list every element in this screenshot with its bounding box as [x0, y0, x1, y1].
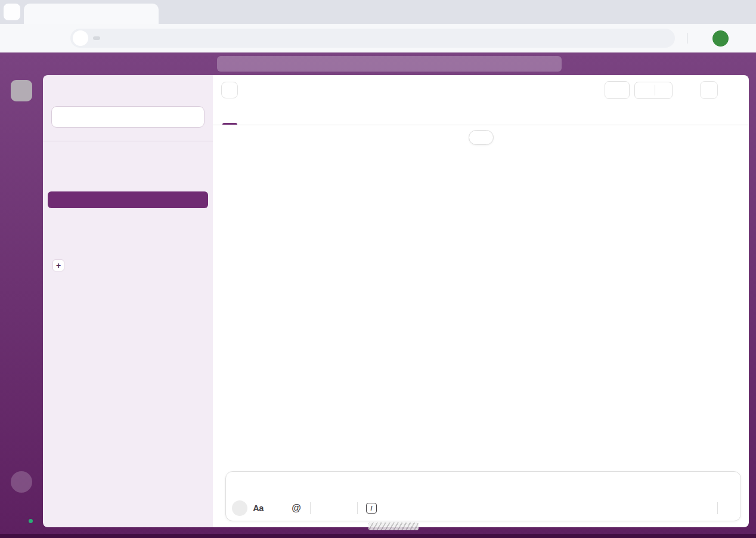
sidebar-item-starred[interactable] — [43, 147, 213, 164]
channel-members-button[interactable] — [605, 81, 630, 99]
slack-body: + — [0, 75, 756, 538]
plus-icon — [236, 504, 244, 512]
downloads-button[interactable] — [691, 29, 709, 47]
sidebar-item-active-channel[interactable] — [48, 191, 208, 208]
channel-title[interactable] — [241, 85, 253, 95]
message-composer[interactable]: Aa @ / — [225, 471, 741, 521]
create-new-button[interactable] — [11, 471, 32, 493]
browser-profile-avatar[interactable] — [712, 30, 729, 47]
channel-more-button[interactable] — [723, 81, 740, 99]
date-divider-pill[interactable] — [469, 130, 494, 145]
video-clip-button[interactable] — [316, 500, 333, 517]
history-back-button[interactable] — [156, 55, 174, 72]
browser-tab[interactable] — [24, 4, 159, 24]
sidebar-section-dms[interactable] — [43, 217, 213, 233]
channel-notifications-button[interactable] — [677, 81, 695, 99]
sidebar: + — [43, 75, 213, 527]
browser-window: + — [0, 0, 756, 538]
chevron-down-icon — [725, 505, 732, 512]
lock-icon — [241, 85, 251, 95]
kebab-menu-icon — [726, 85, 737, 95]
caret-down-icon — [52, 243, 63, 254]
channel-star-button[interactable] — [221, 82, 238, 98]
huddle-button[interactable] — [634, 82, 673, 99]
profile-avatar-icon — [712, 30, 729, 47]
channel-tabs — [213, 105, 749, 125]
workspace-card: + — [43, 75, 749, 527]
sidebar-section-apps[interactable] — [43, 240, 213, 257]
plus-icon — [17, 477, 27, 487]
upgrade-plan-button[interactable] — [51, 106, 205, 128]
history-clock-icon — [196, 59, 206, 69]
attach-button[interactable] — [232, 500, 247, 516]
tab-deleted-docs[interactable] — [252, 110, 267, 125]
recent-history-button[interactable] — [192, 55, 210, 72]
presence-indicator — [27, 518, 34, 524]
sidebar-section-channels[interactable] — [43, 174, 213, 190]
shortcuts-button[interactable]: / — [363, 500, 380, 517]
chevron-down-icon — [479, 134, 486, 141]
tune-icon — [76, 34, 85, 43]
sidebar-item-add-app[interactable]: + — [43, 257, 213, 274]
plus-icon: + — [52, 259, 64, 271]
search-icon — [704, 85, 715, 95]
headphones-icon — [640, 85, 650, 95]
minimize-icon — [682, 7, 690, 14]
compose-button[interactable] — [191, 84, 206, 98]
address-bar[interactable] — [70, 29, 675, 48]
sidebar-settings-button[interactable] — [169, 84, 183, 98]
search-icon — [390, 60, 557, 68]
new-tab-button[interactable] — [162, 5, 179, 21]
chevron-down-icon — [55, 87, 63, 95]
lock-icon — [233, 483, 241, 491]
window-minimize-button[interactable] — [673, 0, 699, 20]
back-icon — [10, 33, 20, 44]
bookmark-star-icon[interactable] — [658, 33, 669, 44]
kebab-menu-icon — [736, 33, 746, 44]
channel-search-button[interactable] — [700, 81, 718, 99]
browser-reload-button[interactable] — [49, 29, 67, 47]
window-close-button[interactable] — [725, 0, 751, 20]
horizontal-scrollbar-thumb[interactable] — [368, 522, 419, 530]
workspace-switcher-button[interactable] — [11, 80, 32, 101]
member-avatar-icon — [608, 84, 621, 97]
window-maximize-button[interactable] — [699, 0, 725, 20]
url-text[interactable] — [93, 36, 100, 40]
tab-search-button[interactable] — [4, 4, 20, 20]
site-settings-button[interactable] — [73, 30, 88, 46]
tab-close-icon[interactable] — [144, 9, 154, 18]
help-icon — [736, 58, 747, 70]
composer-input[interactable] — [226, 472, 740, 496]
channel-header — [213, 75, 749, 105]
workspace-search-input[interactable] — [217, 56, 562, 72]
mention-button[interactable]: @ — [288, 500, 305, 517]
close-icon — [735, 7, 742, 14]
browser-back-button[interactable] — [6, 29, 24, 47]
tab-add[interactable] — [281, 120, 283, 125]
message-list — [213, 125, 749, 527]
browser-forward-button[interactable] — [27, 29, 45, 47]
send-button[interactable] — [697, 500, 714, 517]
forward-icon — [178, 59, 188, 69]
chevron-down-icon — [8, 8, 16, 16]
tab-messages[interactable] — [222, 110, 237, 125]
back-icon — [160, 59, 171, 69]
user-avatar-button[interactable] — [11, 501, 32, 522]
help-button[interactable] — [732, 56, 748, 72]
window-controls — [673, 0, 751, 20]
workspace-name-button[interactable] — [52, 87, 63, 95]
star-icon — [52, 150, 63, 161]
browser-tabstrip — [0, 0, 756, 24]
toolbar-divider — [687, 33, 687, 44]
audio-clip-button[interactable] — [335, 500, 352, 517]
lock-icon — [54, 195, 64, 205]
sidebar-divider — [43, 141, 213, 141]
browser-menu-button[interactable] — [732, 29, 750, 47]
schedule-send-button[interactable] — [721, 502, 735, 515]
format-button[interactable]: Aa — [250, 500, 267, 517]
slack-app: + — [0, 52, 756, 538]
history-forward-button[interactable] — [174, 55, 192, 72]
workspace-rail — [0, 75, 43, 527]
huddle-options-button[interactable] — [655, 84, 672, 97]
emoji-button[interactable] — [269, 500, 286, 517]
